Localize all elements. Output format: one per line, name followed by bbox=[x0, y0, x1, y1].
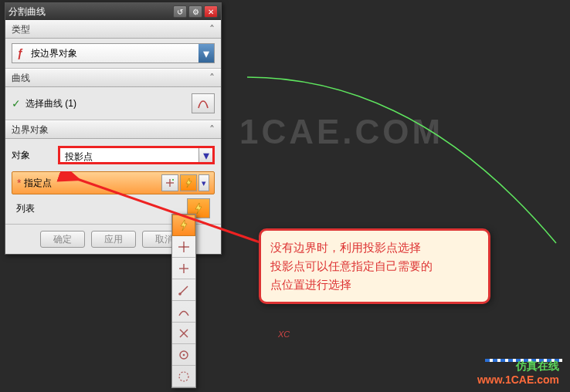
close-button[interactable]: ✕ bbox=[204, 5, 218, 18]
watermark-line2: www.1CAE.com bbox=[477, 373, 559, 386]
section-header-type[interactable]: 类型 ˄ bbox=[5, 20, 221, 39]
annotation-line: 没有边界时，利用投影点选择 bbox=[270, 238, 479, 257]
lightning-icon bbox=[183, 177, 194, 188]
annotation-line: 投影点可以任意指定自己需要的 bbox=[270, 257, 479, 275]
chevron-down-icon[interactable]: ▾ bbox=[198, 148, 212, 162]
panel-titlebar[interactable]: 分割曲线 ↺ ⚙ ✕ bbox=[5, 3, 221, 20]
svg-point-13 bbox=[183, 353, 185, 356]
point-type-toolbar bbox=[171, 214, 196, 388]
section-header-boundary[interactable]: 边界对象 ˄ bbox=[5, 120, 221, 139]
object-label: 对象 bbox=[12, 149, 58, 162]
svg-point-14 bbox=[179, 372, 188, 381]
section-header-curve[interactable]: 曲线 ˄ bbox=[5, 69, 221, 87]
panel-title: 分割曲线 bbox=[8, 5, 171, 19]
svg-line-8 bbox=[180, 286, 188, 294]
select-curve-label[interactable]: 选择曲线 (1) bbox=[25, 97, 192, 110]
inferred-point-button[interactable] bbox=[180, 174, 197, 191]
watermark-stripe bbox=[485, 359, 562, 362]
reset-button[interactable]: ↺ bbox=[173, 5, 187, 18]
viewport-curve bbox=[232, 31, 564, 262]
list-label: 列表 bbox=[16, 202, 185, 215]
ok-button[interactable]: 确定 bbox=[40, 231, 85, 248]
annotation-line: 点位置进行选择 bbox=[270, 275, 479, 294]
specify-point-row[interactable]: * 指定点 ▾ bbox=[12, 171, 215, 194]
object-dropdown[interactable]: 投影点 ▾ bbox=[58, 146, 215, 164]
svg-point-5 bbox=[183, 245, 185, 248]
curve-type-icon: ƒ bbox=[12, 47, 28, 59]
cursor-point-tool[interactable] bbox=[172, 236, 195, 258]
curve-picker-button[interactable] bbox=[192, 93, 215, 113]
svg-point-2 bbox=[172, 179, 174, 181]
axis-label-xc: XC bbox=[278, 329, 290, 339]
apply-button[interactable]: 应用 bbox=[91, 231, 136, 248]
check-icon: ✓ bbox=[12, 97, 21, 110]
section-label: 曲线 bbox=[12, 72, 209, 85]
control-point-tool[interactable] bbox=[172, 301, 195, 323]
chevron-up-icon: ˄ bbox=[209, 123, 215, 136]
point-constructor-button[interactable] bbox=[161, 174, 178, 191]
specify-point-label: 指定点 bbox=[24, 177, 160, 190]
existing-point-tool[interactable] bbox=[172, 258, 195, 279]
type-dropdown[interactable]: ƒ 按边界对象 ▾ bbox=[12, 43, 215, 63]
point-plus-icon bbox=[165, 177, 175, 188]
inferred-point-tool[interactable] bbox=[172, 215, 195, 236]
type-value: 按边界对象 bbox=[28, 47, 198, 60]
annotation-callout: 没有边界时，利用投影点选择 投影点可以任意指定自己需要的 点位置进行选择 bbox=[259, 228, 490, 304]
chevron-up-icon: ˄ bbox=[209, 72, 215, 84]
settings-button[interactable]: ⚙ bbox=[188, 5, 202, 18]
watermark-small: 仿真在线 www.1CAE.com bbox=[477, 360, 559, 386]
svg-point-9 bbox=[178, 292, 182, 296]
chevron-down-icon[interactable]: ▾ bbox=[198, 44, 214, 63]
section-label: 类型 bbox=[12, 23, 209, 36]
lightning-icon bbox=[192, 202, 205, 215]
quadrant-point-tool[interactable] bbox=[172, 366, 195, 387]
arc-center-tool[interactable] bbox=[172, 344, 195, 366]
asterisk-icon: * bbox=[17, 177, 21, 189]
section-label: 边界对象 bbox=[12, 123, 209, 137]
object-value: 投影点 bbox=[60, 148, 198, 162]
point-menu-dropdown[interactable]: ▾ bbox=[198, 174, 209, 191]
chevron-up-icon: ˄ bbox=[209, 23, 215, 35]
intersection-tool[interactable] bbox=[172, 323, 195, 344]
endpoint-tool[interactable] bbox=[172, 279, 195, 301]
curve-icon bbox=[196, 96, 210, 110]
watermark-large: 1CAE.COM bbox=[239, 113, 443, 151]
